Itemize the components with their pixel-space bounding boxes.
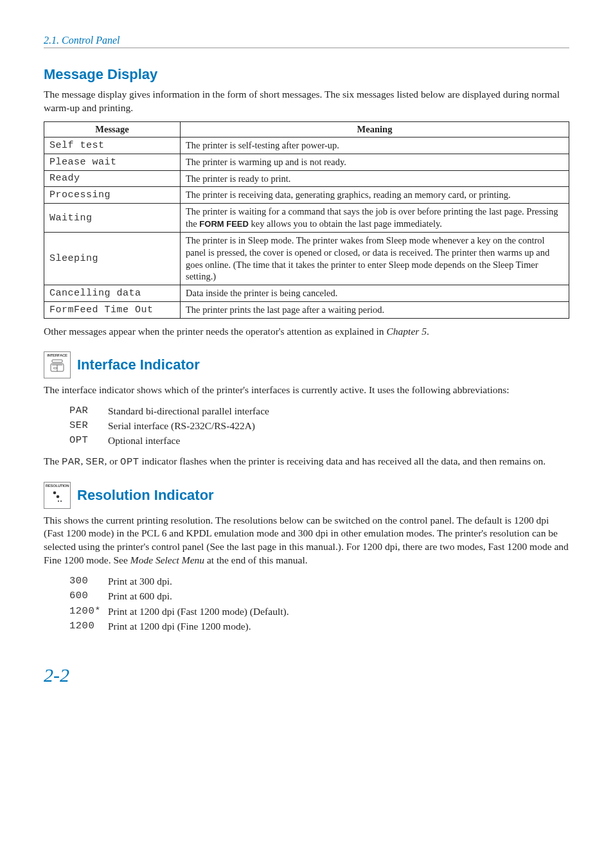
interface-icon: INTERFACE [44,351,71,378]
table-row: ProcessingThe printer is receiving data,… [44,187,569,204]
message-display-outro: Other messages appear when the printer n… [44,325,569,339]
col-header-message: Message [44,121,181,137]
resolution-icon: RESOLUTION [44,482,71,509]
list-item: 1200Print at 1200 dpi (Fine 1200 mode). [69,619,569,633]
interface-intro: The interface indicator shows which of t… [44,384,569,397]
heading-message-display: Message Display [44,66,569,83]
dots-icon [49,489,66,504]
list-item: SERSerial interface (RS-232C/RS-422A) [69,418,569,433]
resolution-intro: This shows the current printing resoluti… [44,514,569,568]
svg-point-3 [58,500,59,501]
list-item: OPTOptional interface [69,433,569,448]
meaning-cell: The printer is in Sleep mode. The printe… [181,232,569,285]
page-number: 2-2 [44,664,569,686]
meaning-cell: The printer is waiting for a command tha… [181,204,569,233]
svg-point-4 [60,500,62,501]
table-row: ReadyThe printer is ready to print. [44,170,569,187]
table-row: Please waitThe printer is warming up and… [44,154,569,170]
svg-point-2 [57,495,60,498]
message-cell: Ready [44,170,181,187]
message-cell: Self test [44,137,181,154]
meaning-cell: The printer is ready to print. [181,170,569,187]
list-item: 600Print at 600 dpi. [69,589,569,603]
resolution-list: 300Print at 300 dpi.600Print at 600 dpi.… [69,574,569,633]
divider-top [44,48,569,48]
meaning-cell: The printer is self-testing after power-… [181,137,569,154]
breadcrumb: 2.1. Control Panel [44,35,569,46]
svg-point-1 [53,491,57,494]
port-icon [48,359,66,374]
table-row: Self testThe printer is self-testing aft… [44,137,569,154]
col-header-meaning: Meaning [181,121,569,137]
interface-tail: The PAR, SER, or OPT indicator flashes w… [44,455,569,469]
meaning-cell: Data inside the printer is being cancele… [181,285,569,302]
message-cell: Sleeping [44,232,181,285]
heading-resolution-indicator: RESOLUTION Resolution Indicator [44,482,569,509]
interface-abbr-list: PARStandard bi-directional parallel inte… [69,403,569,448]
table-row: Cancelling dataData inside the printer i… [44,285,569,302]
table-row: FormFeed Time OutThe printer prints the … [44,302,569,319]
message-cell: Please wait [44,154,181,170]
message-cell: Cancelling data [44,285,181,302]
message-table: Message Meaning Self testThe printer is … [44,121,569,319]
list-item: 300Print at 300 dpi. [69,574,569,589]
meaning-cell: The printer prints the last page after a… [181,302,569,319]
svg-rect-0 [52,360,62,362]
heading-interface-indicator: INTERFACE Interface Indicator [44,351,569,378]
table-row: WaitingThe printer is waiting for a comm… [44,204,569,233]
meaning-cell: The printer is receiving data, generatin… [181,187,569,204]
message-cell: FormFeed Time Out [44,302,181,319]
list-item: 1200*Print at 1200 dpi (Fast 1200 mode) … [69,604,569,619]
message-display-intro: The message display gives information in… [44,88,569,115]
message-cell: Waiting [44,204,181,233]
message-cell: Processing [44,187,181,204]
meaning-cell: The printer is warming up and is not rea… [181,154,569,170]
table-row: SleepingThe printer is in Sleep mode. Th… [44,232,569,285]
list-item: PARStandard bi-directional parallel inte… [69,403,569,418]
